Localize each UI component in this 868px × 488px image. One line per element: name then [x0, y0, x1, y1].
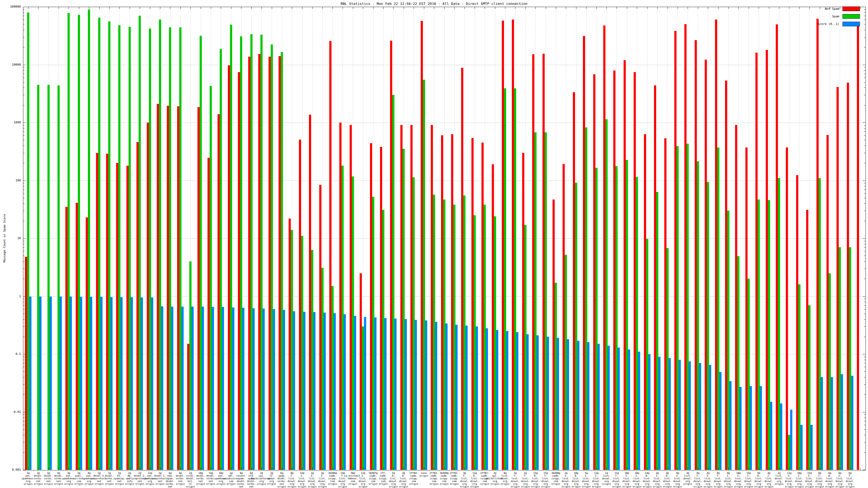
x-major-tick [850, 468, 850, 470]
bar-score-0-1- [465, 326, 468, 470]
y-minor-tick [23, 269, 24, 269]
x-tick-label: 3@ dnsbl. sorbs. net origin [44, 472, 53, 485]
y-tick-label: 100 [3, 178, 21, 182]
y-minor-tick [23, 244, 24, 244]
y-tick-label: 10000 [3, 63, 21, 66]
bar-score-0-1- [709, 365, 711, 470]
y-minor-tick [23, 421, 24, 421]
x-tick-label: 9@ Y. list. dnswl. org origin [714, 472, 723, 488]
bar-spam [504, 88, 506, 470]
x-major-tick [495, 7, 495, 9]
y-tick-label: 100000 [3, 5, 21, 8]
bar-not-spam [421, 21, 423, 470]
bar-score-0-1- [232, 307, 235, 470]
x-major-tick [464, 468, 465, 470]
bar-not-spam [482, 142, 484, 470]
y-minor-tick [23, 394, 24, 395]
bar-score-0-1- [536, 335, 539, 470]
y-minor-tick [23, 140, 24, 140]
y-major-tick [863, 123, 865, 123]
bar-not-spam [593, 74, 595, 470]
x-tick-label: 36409@ iadb. isipp. com origin [440, 472, 448, 485]
x-major-tick [525, 7, 526, 9]
x-major-tick [160, 7, 160, 9]
bar-not-spam [766, 50, 768, 470]
x-tick-label: 1@ list. dnswl. org origin [602, 472, 611, 485]
y-minor-tick [23, 12, 24, 13]
bar-spam [149, 29, 151, 470]
bar-not-spam [705, 60, 707, 470]
y-minor-tick [23, 371, 24, 372]
bar-spam [179, 27, 182, 470]
x-major-tick [383, 468, 383, 470]
y-minor-tick [864, 305, 865, 305]
y-minor-tick [864, 394, 865, 395]
bar-not-spam [238, 72, 240, 470]
bar-not-spam [147, 123, 149, 470]
x-tick-label: 0@ list. dnswl. org origin [501, 472, 510, 485]
x-tick-label: 6@ recent. spam. dnsbl. sorbs. net origi… [236, 472, 246, 488]
y-tick-label: 10 [3, 236, 21, 240]
x-major-tick [170, 7, 170, 9]
bar-score-0-1- [425, 321, 427, 470]
chart-title: RBL Statistics - Mon Feb 22 12:58:22 EST… [0, 2, 868, 6]
bar-score-0-1- [323, 313, 326, 470]
legend-item-score: Score (0..1) [818, 22, 860, 26]
bar-score-0-1- [415, 320, 417, 470]
y-minor-tick [23, 221, 24, 221]
bar-score-0-1- [750, 386, 752, 470]
bar-not-spam [431, 125, 433, 470]
x-major-tick [627, 7, 627, 9]
y-minor-tick [23, 82, 24, 83]
y-minor-tick [23, 256, 24, 256]
x-major-tick [201, 468, 201, 470]
x-major-tick [678, 7, 678, 9]
bar-score-0-1- [111, 297, 113, 470]
x-major-tick [566, 468, 566, 470]
bar-score-0-1- [354, 316, 356, 470]
x-tick-label: 11@ 1. list. dnswl. org origin [359, 472, 368, 488]
x-tick-label: 7@ dnsbl. sorbs. net origin [105, 472, 114, 485]
x-major-tick [190, 468, 191, 470]
bar-score-0-1- [131, 297, 133, 470]
x-major-tick [251, 468, 252, 470]
y-minor-tick [864, 9, 865, 10]
x-tick-label: 8@ Y. list. dnswl. org origin [287, 472, 297, 488]
bar-not-spam [441, 135, 443, 470]
x-tick-label: 15@ Y. list. dnswl. org origin [541, 472, 550, 488]
x-major-tick [180, 7, 181, 9]
bar-not-spam [177, 106, 179, 470]
y-minor-tick [864, 190, 865, 190]
bar-score-0-1- [496, 330, 498, 470]
x-major-tick [799, 7, 800, 9]
bar-spam [382, 210, 384, 470]
y-minor-tick [864, 429, 865, 430]
x-major-tick [505, 468, 505, 470]
y-major-tick [23, 296, 26, 297]
bar-score-0-1- [252, 308, 255, 470]
bar-spam [392, 95, 394, 470]
bar-spam [98, 18, 100, 470]
y-major-tick [23, 354, 26, 354]
bar-spam [301, 236, 303, 470]
bar-score-0-1- [628, 350, 630, 470]
bar-score-0-1- [527, 334, 529, 470]
y-minor-tick [864, 70, 865, 70]
y-tick-label: 0.1 [3, 352, 21, 356]
x-tick-label: 4@ dnsbl. sorbs. net origin [54, 472, 63, 485]
x-tick-label: 1ff. iadb. isipp. com origin [379, 472, 388, 485]
y-minor-tick [864, 186, 865, 186]
x-major-tick [475, 7, 475, 9]
x-major-tick [769, 7, 769, 9]
x-major-tick [49, 7, 49, 9]
x-major-tick [668, 7, 668, 9]
y-minor-tick [864, 363, 865, 363]
bar-not-spam [654, 86, 656, 470]
y-minor-tick [864, 415, 865, 415]
bar-spam [727, 210, 730, 470]
bar-score-0-1- [547, 337, 549, 470]
y-minor-tick [23, 203, 24, 204]
bar-not-spam [633, 72, 636, 470]
y-minor-tick [23, 47, 24, 47]
y-minor-tick [864, 88, 865, 88]
